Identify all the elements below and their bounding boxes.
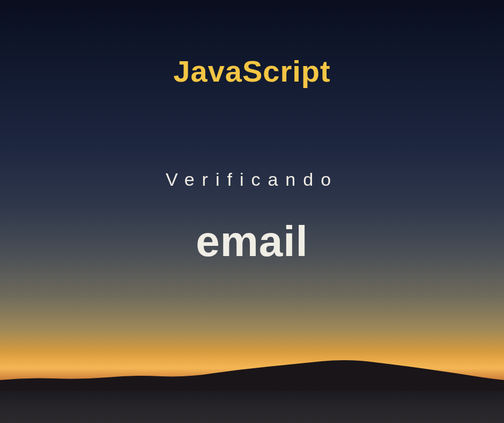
page-title: JavaScript	[173, 54, 330, 89]
page-subtitle: Verificando	[166, 169, 338, 190]
main-word: email	[196, 217, 308, 266]
content-container: JavaScript Verificando email	[0, 0, 504, 423]
